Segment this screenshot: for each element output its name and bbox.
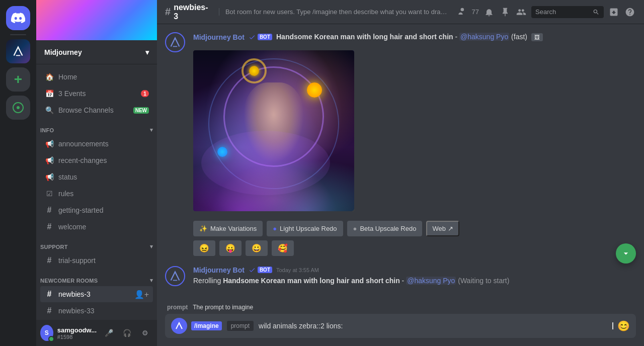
prompt-hint-text: The prompt to imagine — [193, 304, 253, 311]
reaction-smile[interactable]: 😀 — [246, 240, 268, 256]
add-server-icon[interactable]: + — [6, 67, 30, 92]
scroll-to-bottom-button[interactable] — [616, 243, 636, 264]
rules-icon: ☑ — [44, 189, 54, 199]
server-divider — [10, 34, 26, 35]
members-list-icon[interactable] — [515, 6, 527, 18]
make-variations-button[interactable]: ✨ Make Variations — [193, 221, 263, 236]
channel-name-welcome: welcome — [58, 223, 86, 231]
emoji-picker-button[interactable]: 😊 — [617, 320, 630, 332]
user-bar: S samgoodw... #1598 🎤 🎧 ⚙ — [36, 320, 157, 346]
sidebar-item-newbies-3[interactable]: # newbies-3 👤+ — [40, 286, 153, 302]
web-button[interactable]: Web ↗ — [426, 221, 459, 236]
channel-header-name: # newbies-3 — [165, 3, 211, 21]
golden-orb — [307, 82, 322, 98]
settings-button[interactable]: ⚙ — [137, 325, 153, 341]
message-input[interactable] — [259, 322, 608, 330]
msg-text-reroll: Rerolling Handsome Korean man with long … — [193, 276, 636, 286]
channel-name-display: newbies-3 — [174, 3, 211, 21]
home-icon: 🏠 — [44, 72, 54, 82]
discord-home-icon[interactable] — [6, 6, 30, 30]
channel-name-recent-changes: recent-changes — [58, 156, 107, 164]
collapse-support-icon[interactable]: ▾ — [150, 243, 153, 250]
server-header[interactable]: Midjourney ▾ — [36, 40, 157, 64]
bot-badge-2: BOT — [258, 267, 272, 273]
server-banner — [36, 0, 157, 40]
mute-button[interactable]: 🎤 — [101, 325, 117, 341]
browse-icon: 🔍 — [44, 105, 54, 115]
message-header-2: Midjourney Bot BOT Today at 3:55 AM — [193, 266, 636, 274]
server-icon-midjourney[interactable] — [6, 39, 30, 63]
chevron-down-icon: ▾ — [145, 48, 149, 56]
help-icon[interactable] — [624, 6, 636, 18]
verified-icon-2 — [249, 267, 256, 274]
collapse-info-icon[interactable]: ▾ — [150, 127, 153, 133]
beta-upscale-redo-button[interactable]: ● Beta Upscale Redo — [347, 221, 423, 236]
message-content-reroll: Midjourney Bot BOT Today at 3:55 AM Rero… — [193, 266, 636, 286]
sidebar-item-browse-channels[interactable]: 🔍 Browse Channels NEW — [40, 102, 153, 118]
sidebar-item-welcome[interactable]: # welcome — [40, 219, 153, 235]
reaction-tired[interactable]: 😖 — [193, 240, 215, 256]
message-input-container: /imagine prompt 😊 — [165, 314, 636, 338]
image-actions-icon[interactable]: 🖼 — [531, 33, 543, 41]
input-area: prompt The prompt to imagine /imagine pr… — [157, 304, 644, 346]
slash-command: /imagine — [191, 321, 222, 330]
main-content: # newbies-3 Bot room for new users. Type… — [157, 0, 644, 346]
avatar-initials: S — [45, 329, 49, 336]
channel-name-announcements: announcements — [58, 140, 109, 148]
inbox-icon[interactable] — [608, 6, 620, 18]
sidebar-content: 🏠 Home 📅 3 Events 1 🔍 Browse Channels NE… — [36, 64, 157, 320]
prompt-hint-label: prompt — [167, 304, 188, 311]
browse-channels-label: Browse Channels — [58, 106, 114, 114]
hash-icon-3: # — [44, 255, 54, 266]
explore-icon[interactable] — [6, 96, 30, 120]
sidebar-item-announcements[interactable]: 📢 announcements — [40, 136, 153, 152]
channel-header: # newbies-3 Bot room for new users. Type… — [157, 0, 644, 24]
planet-core — [249, 66, 259, 76]
user-controls: 🎤 🎧 ⚙ — [101, 325, 153, 341]
add-member-icon[interactable]: 👤+ — [134, 290, 149, 299]
notification-bell-icon[interactable] — [483, 6, 495, 18]
member-count-icon[interactable] — [456, 6, 468, 18]
channel-name-getting-started: getting-started — [58, 206, 104, 214]
header-actions: 77 — [456, 6, 636, 18]
section-newcomer: NEWCOMER ROOMS ▾ — [36, 269, 157, 286]
sidebar-item-getting-started[interactable]: # getting-started — [40, 202, 153, 218]
channel-description: Bot room for new users. Type /imagine th… — [219, 8, 450, 16]
sidebar-item-events[interactable]: 📅 3 Events 1 — [40, 85, 153, 102]
section-info: INFO ▾ — [36, 119, 157, 135]
sidebar-item-status[interactable]: 📢 status — [40, 169, 153, 185]
light-upscale-redo-button[interactable]: ● Light Upscale Redo — [267, 221, 343, 236]
bot-avatar-2 — [165, 266, 185, 286]
sidebar-item-rules[interactable]: ☑ rules — [40, 186, 153, 202]
sidebar-item-newbies-33[interactable]: # newbies-33 — [40, 303, 153, 319]
hash-icon-2: # — [44, 222, 54, 232]
bot-badge-1: BOT — [258, 34, 272, 40]
announce-icon: 📢 — [44, 139, 54, 149]
reaction-love[interactable]: 🥰 — [272, 240, 294, 256]
reaction-tongue[interactable]: 😛 — [219, 240, 242, 256]
prompt-label-tag: prompt — [227, 321, 254, 331]
msg-author-2: Midjourney Bot — [193, 266, 245, 274]
input-avatar — [171, 318, 187, 334]
server-bar: + — [0, 0, 36, 346]
username: samgoodw... — [57, 326, 97, 334]
image-post-desc: Handsome Korean man with long hair and s… — [276, 32, 527, 42]
section-info-label: INFO — [40, 127, 54, 133]
pin-icon[interactable] — [499, 6, 511, 18]
channel-name-trial-support: trial-support — [58, 256, 96, 265]
scroll-down-icon — [621, 248, 631, 258]
channel-hash-icon: # — [165, 6, 171, 18]
post-header: Midjourney Bot BOT Handsome Korean man w… — [193, 32, 636, 42]
sidebar-item-recent-changes[interactable]: 📢 recent-changes — [40, 152, 153, 168]
sidebar-item-home[interactable]: 🏠 Home — [40, 69, 153, 85]
text-cursor — [612, 322, 613, 329]
web-label: Web — [432, 225, 446, 232]
search-box[interactable] — [531, 6, 604, 18]
deafen-button[interactable]: 🎧 — [119, 325, 135, 341]
collapse-newcomer-icon[interactable]: ▾ — [150, 277, 153, 284]
hash-icon-5: # — [44, 306, 54, 316]
sidebar-item-trial-support[interactable]: # trial-support — [40, 252, 153, 269]
search-input[interactable] — [535, 8, 590, 16]
recent-icon: 📢 — [44, 155, 54, 165]
ai-image-container — [193, 50, 354, 211]
